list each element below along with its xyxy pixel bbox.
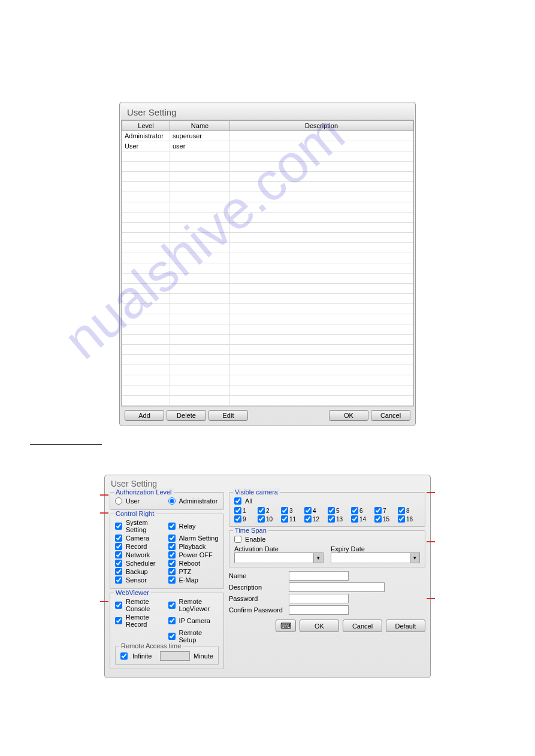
table-row[interactable] [122, 182, 413, 192]
table-row[interactable] [122, 162, 413, 172]
remote-console-checkbox[interactable] [115, 602, 122, 609]
administrator-radio[interactable] [168, 497, 176, 505]
table-row[interactable]: Administrator superuser [122, 131, 413, 141]
ok-button[interactable]: OK [329, 410, 368, 421]
table-row[interactable] [122, 365, 413, 375]
description-input[interactable] [289, 582, 385, 592]
table-row[interactable] [122, 335, 413, 345]
remote-record-checkbox[interactable] [115, 617, 122, 624]
camera-checkbox[interactable] [115, 535, 122, 542]
minute-input[interactable] [160, 651, 190, 661]
delete-button[interactable]: Delete [167, 410, 206, 421]
relay-checkbox[interactable] [168, 523, 176, 530]
user-setting-list-dialog: User Setting Level Name Description Admi… [119, 102, 416, 426]
cam-6-checkbox[interactable] [351, 507, 358, 514]
table-row[interactable] [122, 396, 413, 406]
cam-11-checkbox[interactable] [281, 515, 288, 523]
table-row[interactable] [122, 274, 413, 284]
ip-camera-checkbox[interactable] [168, 617, 176, 624]
network-checkbox[interactable] [115, 551, 122, 558]
password-input[interactable] [289, 594, 349, 603]
cam-10-checkbox[interactable] [258, 515, 265, 523]
table-row[interactable] [122, 355, 413, 365]
name-input[interactable] [289, 571, 349, 581]
cam-14-checkbox[interactable] [351, 515, 358, 523]
cam-13-checkbox[interactable] [328, 515, 335, 523]
table-row[interactable] [122, 223, 413, 233]
record-checkbox[interactable] [115, 543, 122, 550]
power-off-checkbox[interactable] [168, 551, 176, 558]
table-row[interactable] [122, 263, 413, 274]
infinite-checkbox[interactable] [120, 652, 128, 660]
scheduler-checkbox[interactable] [115, 560, 122, 567]
table-row[interactable] [122, 304, 413, 314]
system-setting-checkbox[interactable] [115, 523, 122, 530]
table-row[interactable] [122, 253, 413, 263]
cam-8-checkbox[interactable] [398, 507, 405, 514]
table-row[interactable] [122, 375, 413, 385]
cam-15-checkbox[interactable] [374, 515, 382, 523]
dialog-title: User Setting [121, 104, 414, 120]
calendar-icon[interactable]: ▾ [410, 553, 419, 563]
playback-checkbox[interactable] [168, 543, 176, 550]
all-cameras-checkbox[interactable] [234, 497, 241, 505]
emap-checkbox[interactable] [168, 576, 176, 584]
group-title: Time Span [233, 527, 268, 534]
remote-access-time-group: Remote Access time Infinite Minute [115, 646, 219, 665]
cam-9-checkbox[interactable] [234, 515, 241, 523]
cam-16-checkbox[interactable] [398, 515, 405, 523]
cam-4-checkbox[interactable] [304, 507, 312, 514]
user-radio[interactable] [115, 497, 122, 505]
group-title: Remote Access time [119, 642, 183, 649]
group-title: Control Right [114, 510, 156, 517]
table-row[interactable] [122, 202, 413, 212]
table-row[interactable] [122, 284, 413, 294]
activation-date-input[interactable]: ▾ [234, 552, 324, 563]
confirm-password-input[interactable] [289, 605, 349, 615]
table-row[interactable] [122, 324, 413, 335]
col-header-description[interactable]: Description [230, 121, 413, 131]
reboot-checkbox[interactable] [168, 560, 176, 567]
dialog-footer: Add Delete Edit OK Cancel [121, 406, 414, 424]
group-title: Authorization Level [114, 488, 174, 496]
table-row[interactable]: User user [122, 141, 413, 151]
authorization-level-group: Authorization Level User Administrator [110, 492, 224, 510]
table-row[interactable] [122, 212, 413, 223]
edit-button[interactable]: Edit [208, 410, 248, 421]
add-button[interactable]: Add [125, 410, 164, 421]
calendar-icon[interactable]: ▾ [313, 553, 323, 563]
cam-5-checkbox[interactable] [328, 507, 335, 514]
table-row[interactable] [122, 233, 413, 243]
backup-checkbox[interactable] [115, 568, 122, 575]
table-row[interactable] [122, 151, 413, 162]
col-header-level[interactable]: Level [122, 121, 170, 131]
cam-1-checkbox[interactable] [234, 507, 241, 514]
table-row[interactable] [122, 243, 413, 253]
cam-2-checkbox[interactable] [258, 507, 265, 514]
user-form: Name Description Password Confirm Passwo… [229, 571, 425, 615]
enable-timespan-checkbox[interactable] [234, 536, 241, 543]
cam-3-checkbox[interactable] [281, 507, 288, 514]
cam-7-checkbox[interactable] [374, 507, 382, 514]
keyboard-icon-button[interactable]: ⌨ [276, 620, 296, 632]
user-setting-edit-dialog: User Setting Authorization Level User Ad… [104, 475, 431, 678]
cancel-button[interactable]: Cancel [343, 620, 382, 632]
ptz-checkbox[interactable] [168, 568, 176, 575]
alarm-setting-checkbox[interactable] [168, 535, 176, 542]
group-title: WebViewer [114, 589, 151, 596]
remote-logviewer-checkbox[interactable] [168, 602, 176, 609]
default-button[interactable]: Default [386, 620, 425, 632]
cam-12-checkbox[interactable] [304, 515, 312, 523]
cancel-button[interactable]: Cancel [371, 410, 410, 421]
table-row[interactable] [122, 172, 413, 182]
expiry-date-input[interactable]: ▾ [331, 552, 420, 563]
col-header-name[interactable]: Name [170, 121, 230, 131]
ok-button[interactable]: OK [300, 620, 339, 632]
sensor-checkbox[interactable] [115, 576, 122, 584]
table-row[interactable] [122, 192, 413, 202]
remote-setup-checkbox[interactable] [168, 633, 176, 640]
table-row[interactable] [122, 294, 413, 304]
table-row[interactable] [122, 345, 413, 355]
table-row[interactable] [122, 385, 413, 396]
table-row[interactable] [122, 314, 413, 324]
